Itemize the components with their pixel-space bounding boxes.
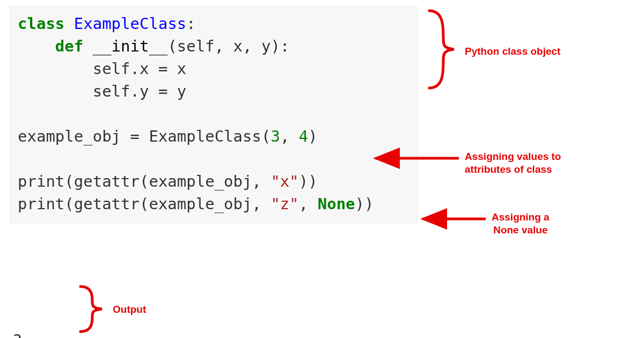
close-paren: ) [308,127,317,145]
code-line-7: print(getattr(example_obj, "z", None)) [18,193,409,215]
code-blank-2 [18,148,409,170]
brace-class-icon [429,11,454,88]
code-line-2: def __init__(self, x, y): [18,35,409,57]
annotation-assign-none: Assigning a None value [492,211,550,237]
arg-4: 4 [299,127,308,145]
code-line-3: self.x = x [18,57,409,80]
annotation-assign-attrs: Assigning values to attributes of class [465,150,561,176]
print-call-1a: print(getattr(example_obj, [18,172,270,190]
keyword-class: class [18,14,64,33]
code-line-1: class ExampleClass: [18,12,409,35]
annotation-assign-none-l1: Assigning a [492,211,550,224]
none-literal: None [318,195,355,213]
arg-3: 3 [270,127,280,145]
assign-y: self.y = y [93,82,187,100]
init-sig: (self, x, y): [167,37,289,55]
open-paren: ( [261,127,270,145]
brace-output-icon [80,286,102,332]
code-line-6: print(getattr(example_obj, "x")) [18,170,409,193]
dunder-init: __init__ [93,37,168,55]
annotation-assign-none-l2: None value [492,224,550,237]
class-name: ExampleClass [74,14,187,33]
comma: , [280,127,299,145]
code-line-4: self.y = y [18,80,409,102]
print-call-1b: )) [299,172,318,190]
annotation-output: Output [113,303,146,316]
str-z: "z" [270,195,298,213]
class-call: ExampleClass [149,127,261,145]
obj-assign: example_obj = [18,127,149,145]
code-line-5: example_obj = ExampleClass(3, 4) [18,125,409,148]
output-line-1: 3 [13,329,49,338]
print-call-2b: , [299,195,318,213]
assign-x: self.x = x [93,60,187,78]
code-blank-1 [18,102,409,125]
output-block: 3 None [13,284,49,338]
print-call-2c: )) [355,195,374,213]
str-x: "x" [270,172,298,190]
code-block: class ExampleClass: def __init__(self, x… [10,6,418,223]
annotation-class-object: Python class object [465,45,560,58]
colon: : [186,14,195,33]
annotation-assign-attrs-l1: Assigning values to [465,150,561,163]
keyword-def: def [55,37,83,55]
annotation-assign-attrs-l2: attributes of class [465,163,561,176]
print-call-2a: print(getattr(example_obj, [18,195,270,213]
